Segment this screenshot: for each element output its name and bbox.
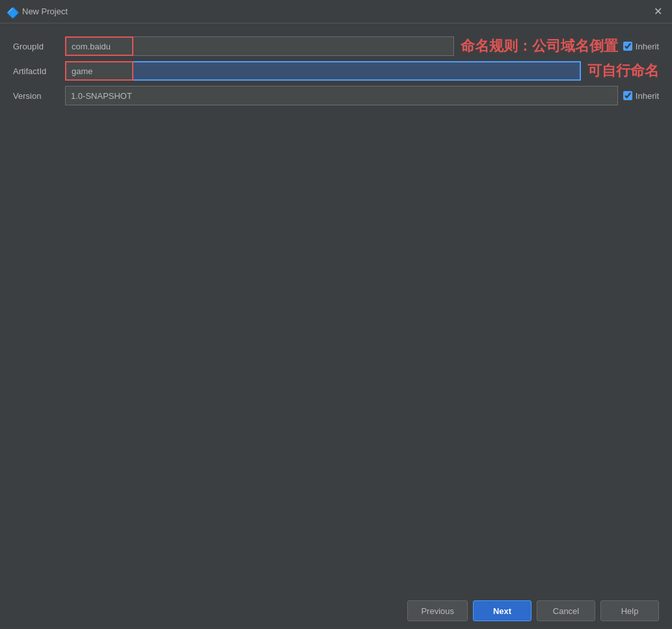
app-icon: 🔷	[7, 7, 17, 17]
artifactid-main-input[interactable]	[133, 61, 581, 81]
groupid-inherit-area: Inherit	[623, 42, 659, 51]
artifactid-row: ArtifactId 可自行命名	[13, 61, 659, 81]
artifactid-small-input[interactable]	[65, 61, 133, 81]
version-inherit-checkbox[interactable]	[623, 91, 632, 100]
version-label: Version	[13, 91, 65, 101]
groupid-label: GroupId	[13, 42, 65, 51]
footer: Previous Next Cancel Help	[0, 593, 672, 629]
version-inherit-label: Inherit	[636, 91, 659, 101]
previous-button[interactable]: Previous	[407, 600, 468, 621]
title-bar-left: 🔷 New Project	[7, 7, 68, 17]
artifactid-label: ArtifactId	[13, 66, 65, 76]
groupid-row: GroupId 命名规则：公司域名倒置 Inherit	[13, 36, 659, 56]
help-button[interactable]: Help	[600, 600, 659, 621]
version-input[interactable]	[65, 86, 618, 105]
groupid-annotation: 命名规则：公司域名倒置	[461, 36, 618, 56]
artifactid-annotation: 可自行命名	[587, 61, 659, 81]
close-button[interactable]: ✕	[650, 4, 665, 20]
groupid-small-input[interactable]	[65, 36, 133, 56]
content-spacer	[0, 318, 672, 593]
title-bar: 🔷 New Project ✕	[0, 0, 672, 23]
dialog-title: New Project	[22, 7, 68, 16]
version-row: Version Inherit	[13, 86, 659, 105]
groupid-main-input[interactable]	[133, 36, 454, 56]
form-content: GroupId 命名规则：公司域名倒置 Inherit ArtifactId 可…	[0, 23, 672, 318]
cancel-button[interactable]: Cancel	[537, 600, 595, 621]
groupid-inherit-checkbox[interactable]	[623, 42, 632, 51]
version-inherit-area: Inherit	[623, 91, 659, 101]
groupid-inherit-label: Inherit	[636, 42, 659, 51]
new-project-dialog: 🔷 New Project ✕ GroupId 命名规则：公司域名倒置 Inhe…	[0, 0, 672, 629]
next-button[interactable]: Next	[473, 600, 531, 621]
